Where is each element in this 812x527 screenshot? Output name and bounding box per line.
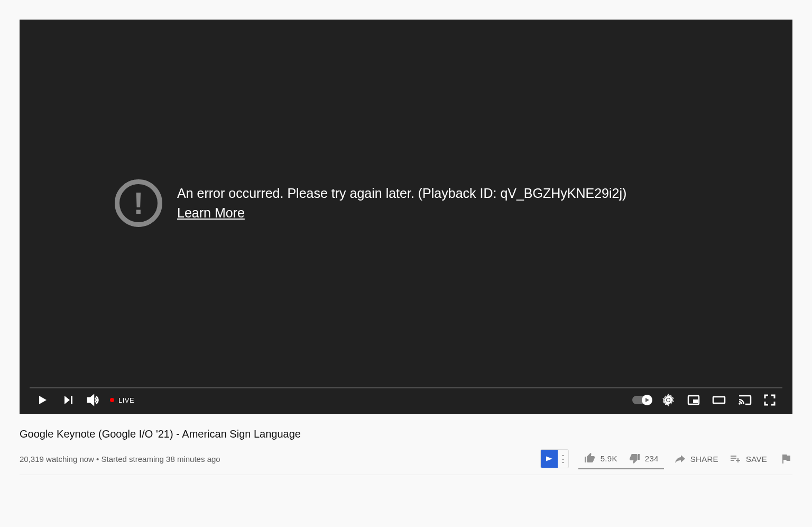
watching-count: 20,319 watching now bbox=[20, 455, 94, 464]
save-label: SAVE bbox=[746, 455, 767, 464]
live-label: LIVE bbox=[118, 396, 134, 404]
dislike-count: 234 bbox=[645, 454, 659, 463]
video-actions: ⋮ 5.9K 234 SHARE bbox=[540, 448, 792, 469]
like-count: 5.9K bbox=[601, 454, 617, 463]
dislike-button[interactable]: 234 bbox=[623, 448, 664, 469]
learn-more-link[interactable]: Learn More bbox=[177, 205, 245, 220]
video-player: ! An error occurred. Please try again la… bbox=[20, 20, 792, 414]
svg-point-4 bbox=[739, 403, 741, 405]
applause-button[interactable]: ⋮ bbox=[540, 449, 569, 468]
more-vertical-icon: ⋮ bbox=[558, 454, 568, 464]
applause-icon bbox=[541, 450, 558, 468]
thumbs-up-icon bbox=[584, 452, 596, 465]
settings-button[interactable] bbox=[656, 387, 681, 413]
report-button[interactable] bbox=[772, 448, 792, 469]
flag-icon bbox=[780, 452, 792, 465]
error-icon: ! bbox=[115, 179, 162, 227]
share-label: SHARE bbox=[690, 455, 718, 464]
live-dot-icon bbox=[110, 398, 114, 402]
stream-started: Started streaming 38 minutes ago bbox=[102, 455, 220, 464]
like-dislike-group: 5.9K 234 bbox=[578, 448, 664, 469]
player-controls: LIVE bbox=[20, 388, 792, 414]
playlist-add-icon bbox=[729, 452, 742, 465]
video-title: Google Keynote (Google I/O '21) - Americ… bbox=[20, 427, 792, 441]
share-icon bbox=[673, 452, 686, 465]
error-message-box: ! An error occurred. Please try again la… bbox=[115, 179, 626, 227]
autoplay-toggle[interactable] bbox=[632, 396, 651, 404]
save-button[interactable]: SAVE bbox=[724, 448, 772, 469]
video-content-area: ! An error occurred. Please try again la… bbox=[20, 20, 792, 387]
svg-rect-3 bbox=[713, 397, 725, 403]
video-info-section: Google Keynote (Google I/O '21) - Americ… bbox=[20, 414, 792, 475]
share-button[interactable]: SHARE bbox=[668, 448, 724, 469]
autoplay-thumb-icon bbox=[642, 395, 652, 405]
error-message: An error occurred. Please try again late… bbox=[177, 184, 626, 204]
play-button[interactable] bbox=[30, 387, 55, 413]
cast-button[interactable] bbox=[732, 387, 757, 413]
svg-point-0 bbox=[667, 398, 670, 402]
live-indicator[interactable]: LIVE bbox=[110, 396, 134, 404]
meta-separator: • bbox=[94, 455, 102, 464]
svg-rect-2 bbox=[693, 399, 698, 403]
video-meta-row: 20,319 watching now • Started streaming … bbox=[20, 448, 792, 475]
error-text: An error occurred. Please try again late… bbox=[177, 184, 626, 223]
miniplayer-button[interactable] bbox=[681, 387, 706, 413]
volume-button[interactable] bbox=[80, 387, 106, 413]
video-meta-text: 20,319 watching now • Started streaming … bbox=[20, 455, 220, 464]
exclamation-icon: ! bbox=[133, 188, 143, 219]
like-button[interactable]: 5.9K bbox=[578, 448, 623, 469]
fullscreen-button[interactable] bbox=[757, 387, 782, 413]
theater-mode-button[interactable] bbox=[706, 387, 732, 413]
thumbs-down-icon bbox=[628, 452, 641, 465]
next-button[interactable] bbox=[55, 387, 80, 413]
